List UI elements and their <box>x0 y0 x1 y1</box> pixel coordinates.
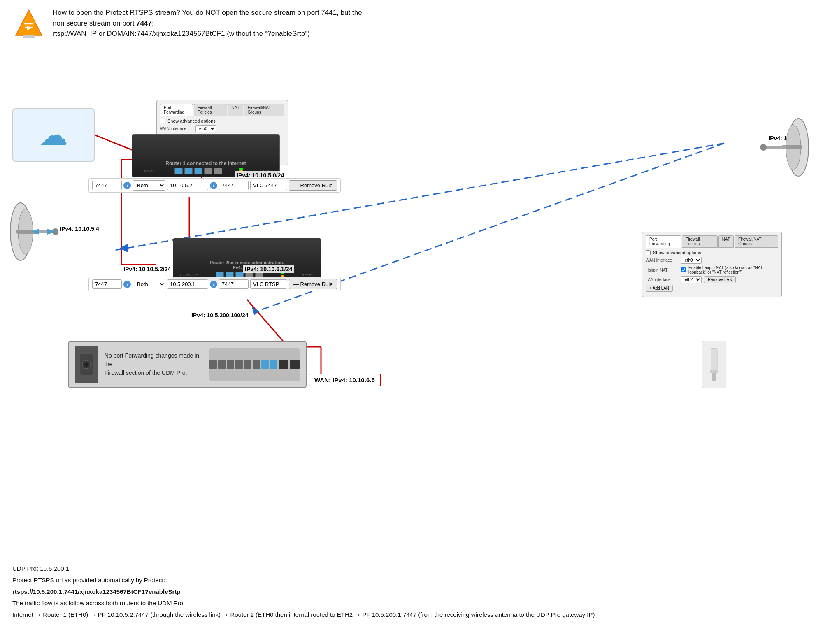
router2-reset-label: RESET <box>302 273 314 277</box>
bottom-text-section: UDP Pro: 10.5.200.1 Protect RTSPS url as… <box>0 559 823 630</box>
wan-label-2: WAN interface <box>646 258 679 263</box>
show-advanced-label-1: Show advanced options <box>167 119 216 123</box>
tab-firewall-policies-1[interactable]: Firewall Policies <box>194 104 227 116</box>
pf-tabs-router1: Port Forwarding Firewall Policies NAT Fi… <box>160 104 284 116</box>
pf-panel-router2: Port Forwarding Firewall Policies NAT Fi… <box>642 232 782 297</box>
router2-leds <box>281 273 284 277</box>
svg-rect-38 <box>712 373 716 381</box>
svg-rect-1 <box>23 35 35 38</box>
svg-point-25 <box>760 144 767 151</box>
tab-fw-groups-2[interactable]: Firewall/NAT Groups <box>735 235 778 248</box>
add-lan-btn-2[interactable]: + Add LAN <box>646 285 673 292</box>
rule1-protocol[interactable]: BothTCPUDP <box>133 180 165 191</box>
rule1-ip[interactable]: 10.10.5.2 <box>167 181 208 190</box>
rule2-ip[interactable]: 10.5.200.1 <box>167 279 208 289</box>
rule2-info-icon[interactable]: i <box>123 281 131 288</box>
tab-nat-2[interactable]: NAT <box>718 235 734 248</box>
ip-label-antenna-left: IPv4: 10.10.5.4 <box>58 225 101 233</box>
tab-fw-groups-1[interactable]: Firewall/NAT Groups <box>244 104 284 116</box>
router1-ports <box>174 168 222 174</box>
svg-rect-36 <box>711 348 717 371</box>
small-antenna-right <box>702 341 726 388</box>
router2-console-label: CONSOLE <box>180 273 198 277</box>
rule1-remove-btn[interactable]: — Remove Rule <box>289 180 337 191</box>
cloud-icon: ☁ <box>39 118 68 152</box>
wan-label-1: WAN interface <box>160 126 193 131</box>
pf-rule-1: 7447 i BothTCPUDP 10.10.5.2 i 7447 VLC 7… <box>88 178 341 193</box>
hairpin-check-2[interactable] <box>681 267 686 272</box>
wan-ip-label: WAN: IPv4: 10.10.6.5 <box>309 374 381 386</box>
ip-label-udm-subnet: IPv4: 10.5.200.100/24 <box>189 311 251 319</box>
bottom-line5: Internet → Router 1 (ETH0) → PF 10.10.5.… <box>12 610 811 620</box>
rule1-port-out[interactable]: 7447 <box>219 181 249 190</box>
svg-rect-24 <box>765 146 786 149</box>
rule1-info-icon[interactable]: i <box>123 182 131 189</box>
ip-label-r2-wan: IPv4: 10.10.5.2/24 <box>121 265 173 273</box>
router2: Router 2for remote administration. IPv4:… <box>173 238 321 281</box>
show-advanced-label-2: Show advanced options <box>653 250 701 255</box>
internet-cloud: ☁ <box>12 108 95 162</box>
svg-marker-19 <box>119 244 128 252</box>
wan-select-1[interactable]: eth0 <box>195 125 216 132</box>
pf-rule-2: 7447 i BothTCPUDP 10.5.200.1 i 7447 VLC … <box>88 277 341 291</box>
hairpin-text-2: Enable hairpin NAT (also known as "NAT l… <box>688 265 778 274</box>
svg-point-35 <box>84 363 88 367</box>
rule1-port-in[interactable]: 7447 <box>92 181 122 190</box>
rule1-desc[interactable]: VLC 7447 <box>250 181 287 190</box>
show-advanced-check-2[interactable] <box>646 250 651 255</box>
tab-port-forwarding-1[interactable]: Port Forwarding <box>160 104 193 116</box>
svg-rect-37 <box>710 370 718 373</box>
bottom-line1: UDP Pro: 10.5.200.1 <box>12 564 811 574</box>
rule1-ip-info-icon[interactable]: i <box>210 182 217 189</box>
top-section: ▶ How to open the Protect RTSPS stream? … <box>0 0 823 44</box>
svg-line-9 <box>247 300 288 347</box>
vlc-icon: ▶ <box>12 7 45 40</box>
svg-line-5 <box>95 135 136 151</box>
ip-label-r2-lan: IPv4: 10.10.6.1/24 <box>243 265 294 273</box>
pf-tabs-router2: Port Forwarding Firewall Policies NAT Fi… <box>646 235 778 248</box>
svg-marker-0 <box>16 10 42 35</box>
udm-text: No port Forwarding changes made in the F… <box>105 351 203 377</box>
remove-lan-btn-2[interactable]: Remove LAN <box>704 276 736 283</box>
show-advanced-check-1[interactable] <box>160 119 165 123</box>
bottom-line4: The traffic flow is as follow across bot… <box>12 598 811 608</box>
antenna-right <box>741 112 811 182</box>
network-diagram: ☁ Port Forwarding Firewall Policies NAT … <box>0 44 823 559</box>
tab-port-forwarding-2[interactable]: Port Forwarding <box>646 235 681 248</box>
udm-ports <box>209 348 300 381</box>
lan-label-2: LAN interface <box>646 277 679 282</box>
bottom-line2: Protect RTSPS url as provided automatica… <box>12 575 811 585</box>
rule2-ip-info-icon[interactable]: i <box>210 281 217 288</box>
udm-pro-box: No port Forwarding changes made in the F… <box>68 341 307 388</box>
router1-console-label: CONSOLE <box>139 169 157 173</box>
antenna-right-svg <box>741 112 811 182</box>
top-description: How to open the Protect RTSPS stream? Yo… <box>53 7 374 39</box>
router1-label: Router 1 connected to the internet <box>135 160 277 166</box>
bottom-line3: rtsps://10.5.200.1:7441/xjnxoka1234567Bt… <box>12 587 811 597</box>
udm-front-panel <box>75 346 98 383</box>
lan-select-2[interactable]: eth2 <box>681 276 702 283</box>
rule2-desc[interactable]: VLC RTSP <box>250 279 287 289</box>
rule2-remove-btn[interactable]: — Remove Rule <box>289 279 337 289</box>
tab-nat-1[interactable]: NAT <box>228 104 243 116</box>
svg-text:▶: ▶ <box>27 24 32 31</box>
rule2-protocol[interactable]: BothTCPUDP <box>133 279 165 289</box>
rule2-port-in[interactable]: 7447 <box>92 279 122 289</box>
hairpin-label-2: Hairpin NAT <box>646 268 679 272</box>
svg-marker-20 <box>252 307 259 315</box>
wan-select-2[interactable]: eth0 <box>681 257 702 264</box>
tab-firewall-policies-2[interactable]: Firewall Policies <box>682 235 718 248</box>
rule2-port-out[interactable]: 7447 <box>219 279 249 289</box>
